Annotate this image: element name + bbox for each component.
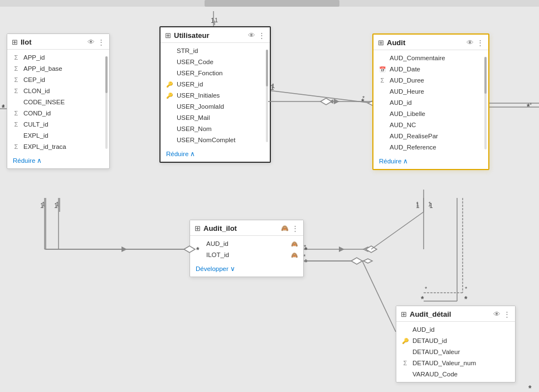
- table-row: Σ AUD_Duree: [373, 75, 488, 86]
- svg-text:1: 1: [215, 17, 218, 23]
- sigma-icon: Σ: [12, 143, 21, 150]
- field-name: AUD_Reference: [390, 144, 483, 151]
- svg-text:*: *: [465, 285, 468, 292]
- star-label-audit-detail-top2: *: [464, 294, 467, 303]
- table-audit-ilot-footer[interactable]: Développer ∨: [190, 263, 303, 277]
- key-icon: 🔑: [401, 338, 410, 344]
- table-row: AUD_Heure: [373, 86, 488, 97]
- field-name: USER_Fonction: [177, 70, 264, 76]
- table-ilot-actions[interactable]: 👁 ⋮: [88, 38, 105, 46]
- key-icon: 🔑: [165, 93, 174, 99]
- develop-link[interactable]: Développer ∨: [196, 265, 298, 273]
- table-row: USER_Mail: [161, 112, 270, 123]
- utilisateur-scrollbar-thumb: [266, 50, 268, 86]
- table-utilisateur-name: Utilisateur: [174, 31, 245, 40]
- table-row: ILOT_id 🙈: [190, 249, 303, 260]
- table-row: 🔑 DETAUD_id: [396, 335, 515, 346]
- table-row: AUD_Libelle: [373, 108, 488, 119]
- eye-off-icon[interactable]: 🙈: [281, 225, 289, 232]
- table-row: AUD_id 🙈: [190, 238, 303, 249]
- sigma-icon: Σ: [12, 65, 21, 72]
- table-row: 🔑 USER_Initiales: [161, 90, 270, 101]
- key-icon: 🔑: [165, 81, 174, 88]
- table-row: STR_id: [161, 45, 270, 56]
- field-name: CEP_id: [23, 76, 104, 83]
- table-audit-ilot: ⊞ Audit_ilot 🙈 ⋮ AUD_id 🙈 ILOT_id 🙈 Déve…: [190, 220, 304, 277]
- table-audit-actions[interactable]: 👁 ⋮: [467, 38, 484, 47]
- svg-marker-36: [366, 246, 377, 253]
- table-utilisateur-actions[interactable]: 👁 ⋮: [248, 31, 265, 40]
- field-name: AUD_RealisePar: [390, 133, 483, 139]
- svg-marker-25: [363, 259, 372, 263]
- eye-off-icon: 🙈: [291, 252, 298, 258]
- reduce-link[interactable]: Réduire ∧: [13, 157, 104, 164]
- field-name: EXPL_id_traca: [23, 143, 104, 150]
- table-audit-footer[interactable]: Réduire ∧: [373, 155, 488, 169]
- svg-marker-5: [329, 99, 333, 104]
- field-name: USER_Code: [177, 59, 264, 65]
- table-audit-ilot-body: AUD_id 🙈 ILOT_id 🙈: [190, 236, 303, 263]
- ellipsis-icon[interactable]: ⋮: [292, 224, 299, 233]
- table-row: DETAUD_Valeur: [396, 346, 515, 357]
- reduce-link[interactable]: Réduire ∧: [379, 157, 483, 165]
- table-audit-ilot-actions[interactable]: 🙈 ⋮: [281, 224, 299, 233]
- field-name: USER_Initiales: [177, 92, 264, 99]
- table-row: AUD_Reference: [373, 142, 488, 153]
- star-label-audit-left: *: [361, 97, 364, 106]
- svg-line-1: [268, 90, 372, 103]
- field-name: EXPL_id: [23, 132, 104, 139]
- table-audit-detail-header: ⊞ Audit_détail 👁 ⋮: [396, 306, 515, 322]
- field-name: DETAUD_id: [412, 337, 509, 344]
- svg-marker-18: [363, 247, 372, 251]
- eye-icon[interactable]: 👁: [88, 38, 95, 46]
- ilot-scrollbar[interactable]: [105, 56, 108, 149]
- reduce-label: Réduire: [166, 151, 188, 157]
- field-name: USER_Mail: [177, 114, 264, 121]
- table-row: AUD_Commentaire: [373, 52, 488, 64]
- sigma-icon: Σ: [401, 360, 410, 366]
- field-name: CODE_INSEE: [23, 99, 104, 105]
- sigma-icon: Σ: [12, 54, 21, 61]
- table-row: USER_Code: [161, 56, 270, 67]
- eye-icon[interactable]: 👁: [467, 38, 474, 47]
- one-label-utilisateur-right: 1: [270, 84, 274, 91]
- one-label-ilot-bottom-2: 1: [54, 202, 58, 210]
- calendar-icon: 📅: [378, 66, 387, 72]
- table-utilisateur-header: ⊞ Utilisateur 👁 ⋮: [161, 27, 270, 43]
- field-name: DETAUD_Valeur_num: [412, 360, 509, 366]
- table-audit-detail: ⊞ Audit_détail 👁 ⋮ AUD_id 🔑 DETAUD_id DE…: [396, 306, 516, 383]
- field-name: USER_id: [177, 81, 264, 88]
- chevron-up-icon: ∧: [37, 157, 42, 164]
- table-ilot: ⊞ Ilot 👁 ⋮ Σ APP_id Σ APP_id_base Σ CEP_…: [7, 33, 110, 169]
- utilisateur-scrollbar[interactable]: [266, 50, 268, 142]
- top-scrollbar[interactable]: [0, 0, 539, 7]
- svg-line-48: [371, 212, 424, 249]
- table-row: Σ CEP_id: [7, 74, 109, 85]
- audit-scrollbar[interactable]: [484, 57, 487, 149]
- field-name: USER_NomComplet: [177, 137, 264, 143]
- table-ilot-header: ⊞ Ilot 👁 ⋮: [7, 34, 109, 50]
- eye-icon[interactable]: 👁: [493, 310, 501, 318]
- table-utilisateur-icon: ⊞: [165, 31, 171, 40]
- ellipsis-icon[interactable]: ⋮: [98, 38, 105, 46]
- eye-icon[interactable]: 👁: [248, 31, 255, 40]
- table-ilot-footer[interactable]: Réduire ∧: [7, 154, 109, 168]
- ellipsis-icon[interactable]: ⋮: [477, 38, 484, 47]
- table-row: Σ EXPL_id_traca: [7, 141, 109, 152]
- reduce-link[interactable]: Réduire ∧: [166, 150, 264, 158]
- table-audit-detail-body: AUD_id 🔑 DETAUD_id DETAUD_Valeur Σ DETAU…: [396, 322, 515, 382]
- chevron-up-icon: ∧: [190, 150, 195, 158]
- table-ilot-name: Ilot: [21, 38, 85, 46]
- table-audit-detail-name: Audit_détail: [410, 310, 491, 318]
- table-utilisateur-footer[interactable]: Réduire ∧: [161, 148, 270, 162]
- ellipsis-icon[interactable]: ⋮: [503, 310, 511, 318]
- table-audit-detail-actions[interactable]: 👁 ⋮: [493, 310, 511, 318]
- table-row: Σ APP_id: [7, 52, 109, 63]
- table-row: USER_Fonction: [161, 67, 270, 79]
- field-name: APP_id_base: [23, 65, 104, 72]
- field-name: STR_id: [177, 47, 264, 54]
- table-row: 🔑 USER_id: [161, 79, 270, 90]
- reduce-label: Réduire: [379, 158, 401, 164]
- ellipsis-icon[interactable]: ⋮: [258, 31, 265, 40]
- star-label-audit-detail-top1: *: [421, 294, 424, 303]
